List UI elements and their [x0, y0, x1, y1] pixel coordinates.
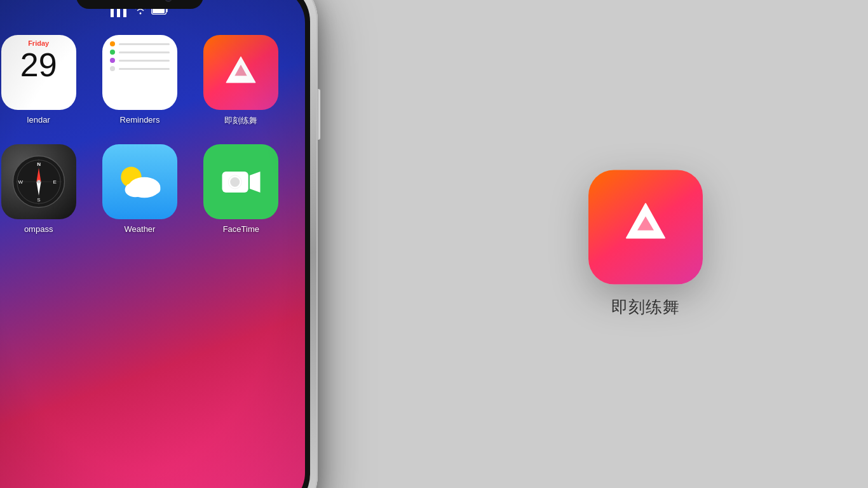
calendar-label: lendar	[27, 115, 50, 125]
app-cell-weather[interactable]: Weather	[95, 144, 184, 234]
facetime-icon-svg	[217, 158, 265, 206]
svg-point-12	[37, 180, 40, 183]
reminder-dot-green	[110, 50, 115, 55]
home-screen-grid: Friday 29 lendar	[0, 22, 305, 488]
reminder-dot-purple	[110, 58, 115, 63]
reminders-app-icon[interactable]	[102, 35, 177, 110]
compass-icon-svg: N S E W	[10, 153, 67, 210]
reminder-row-2	[110, 50, 170, 55]
app-cell-compass[interactable]: N S E W ompass	[0, 144, 83, 234]
reminders-label: Reminders	[120, 115, 160, 125]
reminder-line-1	[119, 43, 170, 45]
large-app-name: 即刻练舞	[611, 296, 680, 318]
svg-text:W: W	[18, 179, 23, 185]
compass-label: ompass	[24, 224, 53, 234]
calendar-date: 29	[20, 48, 57, 81]
dance-logo-small-icon	[219, 50, 263, 95]
dance-logo-large-icon	[611, 193, 681, 262]
iphone-body: ▌▌▌	[0, 0, 318, 488]
svg-text:S: S	[37, 197, 41, 203]
app-cell-reminders[interactable]: Reminders	[95, 35, 184, 126]
front-camera	[165, 0, 172, 2]
svg-marker-20	[250, 172, 261, 193]
reminder-line-4	[119, 68, 170, 70]
dance-app-icon[interactable]	[203, 35, 278, 110]
app-cell-dance[interactable]: 即刻练舞	[196, 35, 286, 126]
reminder-row-4	[110, 66, 170, 71]
weather-icon-svg	[111, 153, 168, 210]
iphone-screen: ▌▌▌	[0, 0, 305, 488]
svg-text:E: E	[53, 179, 57, 185]
large-app-icon[interactable]	[588, 170, 703, 285]
compass-app-icon[interactable]: N S E W	[1, 144, 76, 219]
reminder-row-3	[110, 58, 170, 63]
reminder-line-2	[119, 51, 170, 53]
reminder-dot-orange	[110, 41, 115, 46]
notch	[76, 0, 203, 9]
svg-text:N: N	[37, 161, 41, 167]
weather-app-icon[interactable]	[102, 144, 177, 219]
weather-label: Weather	[125, 224, 156, 234]
svg-point-16	[144, 184, 160, 195]
iphone-inner-bezel: ▌▌▌	[0, 0, 310, 488]
app-cell-facetime[interactable]: FaceTime	[196, 144, 286, 234]
power-button	[317, 89, 320, 140]
reminder-line-3	[119, 60, 170, 62]
reminder-dot-gray	[110, 66, 115, 71]
facetime-label: FaceTime	[223, 224, 259, 234]
facetime-app-icon[interactable]	[203, 144, 278, 219]
svg-point-19	[230, 177, 240, 187]
calendar-app-icon[interactable]: Friday 29	[1, 35, 76, 110]
dance-label: 即刻练舞	[224, 115, 257, 126]
reminder-row-1	[110, 41, 170, 46]
app-cell-calendar[interactable]: Friday 29 lendar	[0, 35, 83, 126]
large-icon-section: 即刻练舞	[588, 170, 703, 318]
svg-point-15	[125, 182, 146, 197]
iphone-mockup: ▌▌▌	[0, 0, 356, 488]
